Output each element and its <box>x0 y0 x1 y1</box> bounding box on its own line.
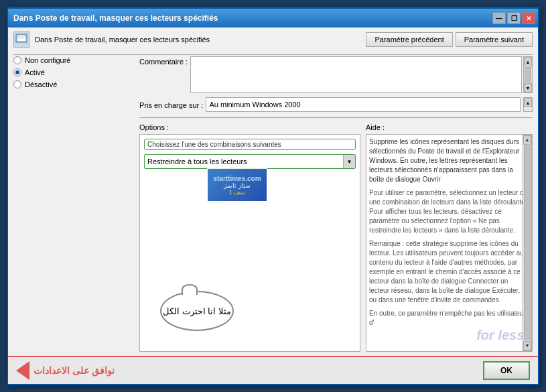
aide-scroll-thumb <box>524 145 531 340</box>
radio-circle-non <box>13 56 21 64</box>
aide-para-3: Remarque : cette stratégie supprime les … <box>369 239 529 305</box>
support-row: Pris en charge sur : ▲ <box>139 97 533 112</box>
comment-label: Commentaire : <box>139 56 188 66</box>
support-label: Pris en charge sur : <box>139 100 203 109</box>
combo-value: Restreindre à tous les lecteurs <box>145 157 343 166</box>
radio-desactive[interactable]: Désactivé <box>13 80 134 88</box>
radio-label-active: Activé <box>25 68 45 76</box>
cloud-text: مثلا انا اخترت الكل <box>163 306 231 316</box>
support-input[interactable] <box>206 97 521 112</box>
main-area: Non configuré Activé Désactivé Comme <box>13 56 533 352</box>
aide-scroll-down[interactable]: ▼ <box>523 341 531 350</box>
top-bar: Dans Poste de travail, masquer ces lecte… <box>13 31 533 48</box>
scroll-thumb <box>525 67 531 82</box>
cloud-bubble: مثلا انا اخترت الكل <box>160 291 234 331</box>
mid-separator <box>139 117 533 118</box>
window-content: Dans Poste de travail, masquer ces lecte… <box>8 27 538 356</box>
left-panel: Non configuré Activé Désactivé <box>13 56 134 352</box>
window-controls: — ❐ ✕ <box>492 12 535 24</box>
aide-para-4: En outre, ce paramètre n'empêche pas les… <box>369 309 529 328</box>
aide-label: Aide : <box>366 123 533 131</box>
combo-arrow-icon[interactable]: ▼ <box>343 155 355 168</box>
comment-textarea-wrap: ▲ ▼ <box>190 56 533 93</box>
options-content: Choisissez l'une des combinaisons suivan… <box>139 134 360 352</box>
scroll-down-arrow[interactable]: ▼ <box>524 83 532 92</box>
radio-label-non: Non configuré <box>25 56 71 64</box>
comment-scrollbar[interactable]: ▲ ▼ <box>523 56 533 93</box>
aide-para-1: Supprime les icônes représentant les dis… <box>369 137 529 184</box>
forless-watermark: for less! <box>476 326 529 344</box>
ok-button[interactable]: OK <box>483 361 530 380</box>
comment-row: Commentaire : ▲ ▼ <box>139 56 533 93</box>
close-btn[interactable]: ✕ <box>522 12 535 24</box>
footer-bar: نوافق على الاعدادات OK <box>8 356 538 384</box>
aide-content: Supprime les icônes représentant les dis… <box>366 134 533 352</box>
main-window: Dans Poste de travail, masquer ces lecte… <box>7 7 539 385</box>
watermark-step: سف 1 <box>229 189 246 196</box>
minimize-btn[interactable]: — <box>492 12 506 24</box>
radio-active[interactable]: Activé <box>13 68 134 76</box>
watermark-overlay: starttimes.com ستار تايمز سف 1 <box>207 168 267 202</box>
watermark-logo: starttimes.com ستار تايمز سف 1 <box>207 168 267 202</box>
title-bar: Dans Poste de travail, masquer ces lecte… <box>8 9 538 27</box>
aide-panel: Aide : Supprime les icônes représentant … <box>366 123 533 352</box>
arrow-text: نوافق على الاعدادات <box>33 365 115 376</box>
radio-circle-active <box>13 68 21 76</box>
top-separator <box>13 54 533 55</box>
options-label: Options : <box>139 123 360 131</box>
comment-textarea[interactable] <box>190 56 522 93</box>
aide-scroll-up[interactable]: ▲ <box>523 135 531 145</box>
prev-button[interactable]: Paramètre précédent <box>366 32 452 47</box>
options-panel: Options : Choisissez l'une des combinais… <box>139 123 360 352</box>
support-scrollbar: ▲ <box>523 97 533 112</box>
aide-text: Supprime les icônes représentant les dis… <box>369 137 529 328</box>
aide-scrollbar[interactable]: ▲ ▼ <box>523 135 532 351</box>
watermark-site: starttimes.com <box>213 175 261 182</box>
arrow-icon <box>16 361 29 380</box>
radio-non-configure[interactable]: Non configuré <box>13 56 134 64</box>
header-title: Dans Poste de travail, masquer ces lecte… <box>35 36 360 44</box>
watermark-subtitle: ستار تايمز <box>224 182 251 189</box>
nav-buttons: Paramètre précédent Paramètre suivant <box>366 32 533 47</box>
maximize-btn[interactable]: ❐ <box>507 12 521 24</box>
footer-arrow: نوافق على الاعدادات <box>16 361 115 380</box>
radio-group: Non configuré Activé Désactivé <box>13 56 134 88</box>
scroll-up-arrow[interactable]: ▲ <box>524 57 532 66</box>
window-title: Dans Poste de travail, masquer ces lecte… <box>13 13 492 23</box>
radio-label-desact: Désactivé <box>25 80 57 88</box>
bottom-section: Options : Choisissez l'une des combinais… <box>139 123 533 352</box>
right-panel: Commentaire : ▲ ▼ Pris en charge sur : <box>139 56 533 352</box>
combo-label: Choisissez l'une des combinaisons suivan… <box>144 139 356 150</box>
combo-box[interactable]: Restreindre à tous les lecteurs ▼ <box>144 154 356 169</box>
support-scroll-btn[interactable]: ▲ <box>524 98 532 107</box>
next-button[interactable]: Paramètre suivant <box>456 32 533 47</box>
aide-para-2: Pour utiliser ce paramètre, sélectionnez… <box>369 188 529 235</box>
radio-circle-desact <box>13 80 21 88</box>
header-icon <box>13 31 29 48</box>
